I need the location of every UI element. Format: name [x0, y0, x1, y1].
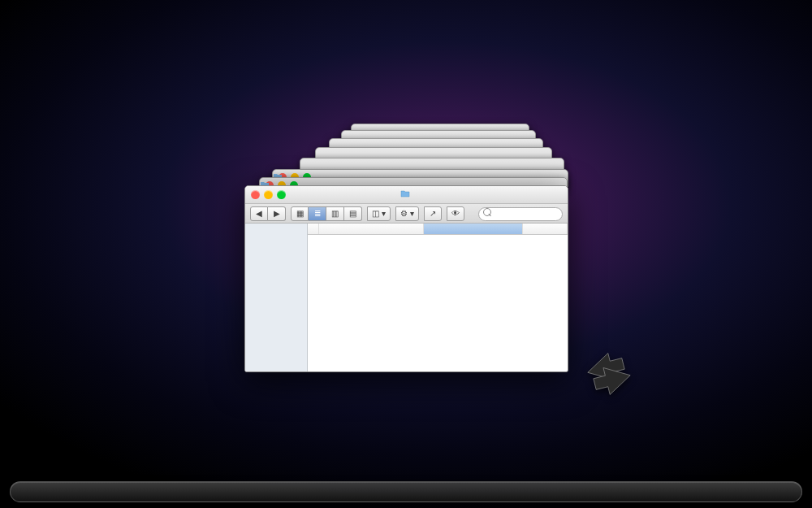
bottom-bar: [10, 481, 802, 502]
view-icons-button[interactable]: ▦: [291, 206, 309, 221]
time-machine-nav-arrows[interactable]: [585, 350, 633, 398]
view-columns-button[interactable]: ▥: [326, 206, 344, 221]
column-headers[interactable]: [308, 224, 568, 235]
arrange-button[interactable]: ◫ ▾: [367, 206, 391, 221]
finder-sidebar: [245, 224, 308, 371]
forward-button[interactable]: ▶: [268, 206, 286, 221]
share-button[interactable]: ↗: [424, 206, 442, 221]
search-input[interactable]: [478, 207, 563, 221]
finder-titlebar[interactable]: [245, 186, 568, 204]
col-name[interactable]: [319, 224, 424, 234]
sidebar-devices-header: [245, 233, 307, 238]
finder-window: ◀ ▶ ▦ ≣ ▥ ▤ ◫ ▾ ⚙ ▾ ↗ 👁: [244, 185, 568, 372]
nav-back-forward: ◀ ▶: [250, 206, 286, 221]
quicklook-button[interactable]: 👁: [447, 206, 464, 221]
folder-icon: [400, 189, 410, 198]
view-switcher: ▦ ≣ ▥ ▤: [291, 206, 362, 221]
col-date[interactable]: [424, 224, 523, 234]
col-size[interactable]: [523, 224, 568, 234]
view-coverflow-button[interactable]: ▤: [344, 206, 362, 221]
back-button[interactable]: ◀: [250, 206, 268, 221]
file-list: [308, 235, 568, 371]
view-list-button[interactable]: ≣: [309, 206, 326, 221]
search-icon: [478, 206, 563, 221]
finder-toolbar: ◀ ▶ ▦ ≣ ▥ ▤ ◫ ▾ ⚙ ▾ ↗ 👁: [245, 204, 568, 224]
window-title: [245, 189, 568, 198]
action-button[interactable]: ⚙ ▾: [395, 206, 419, 221]
